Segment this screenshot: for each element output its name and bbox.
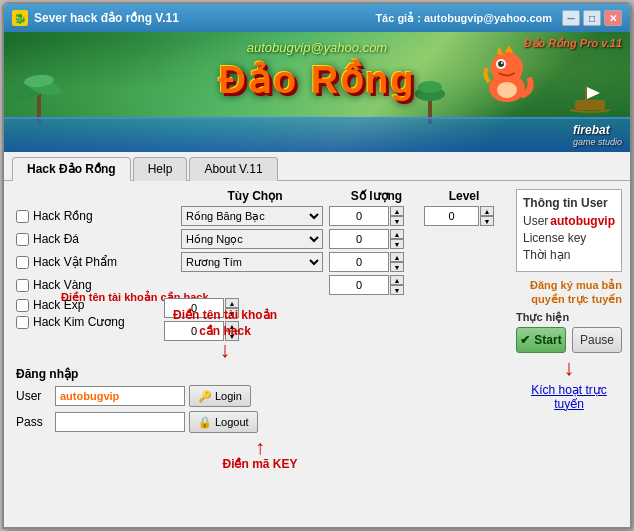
svg-point-14	[497, 82, 517, 98]
activate-link[interactable]: Kích hoạt trực tuyến	[516, 383, 622, 411]
hack-row-2: Hack Vật Phẩm Rương Tím Rương Vàng ▲ ▼	[12, 252, 508, 272]
logout-icon: 🔒	[198, 416, 212, 429]
title-bar: 🐉 Sever hack đảo rồng V.11 Tác giả : aut…	[4, 4, 630, 32]
annotation2-arrow: ↑	[16, 437, 504, 457]
svg-point-10	[498, 61, 504, 67]
hack-rong-checkbox[interactable]	[16, 210, 29, 223]
main-window: 🐉 Sever hack đảo rồng V.11 Tác giả : aut…	[2, 2, 632, 529]
svg-rect-16	[585, 87, 587, 102]
banner-email: autobugvip@yahoo.com	[247, 40, 387, 55]
hack-vatpham-checkbox[interactable]	[16, 256, 29, 269]
column-headers: Tùy Chọn Số lượng Level	[12, 189, 508, 203]
start-button[interactable]: ✔ Start	[516, 327, 566, 353]
info-user-value: autobugvip	[550, 214, 615, 228]
hack-row-5: Hack Kim Cương	[16, 315, 181, 329]
hack-rong-quantity[interactable]	[329, 206, 389, 226]
hack-vatpham-dropdown[interactable]: Rương Tím Rương Vàng	[181, 252, 323, 272]
svg-marker-17	[587, 87, 600, 99]
banner-water	[4, 117, 630, 152]
banner: autobugvip@yahoo.com	[4, 32, 630, 152]
hack-exp-qty-up[interactable]: ▲	[225, 298, 239, 308]
hack-da-qty-up[interactable]: ▲	[390, 229, 404, 239]
user-input[interactable]	[55, 386, 185, 406]
dragon-mascot	[475, 40, 540, 110]
right-panel: Thông tin User User autobugvip License k…	[516, 189, 622, 473]
hack-da-dropdown[interactable]: Hồng Ngọc Ngọc Xanh	[181, 229, 323, 249]
annotation3-arrow: ↓	[516, 357, 622, 379]
hack-vatpham-quantity[interactable]	[329, 252, 389, 272]
info-time-row: Thời hạn	[523, 248, 615, 262]
col-soluong-header: Số lượng	[329, 189, 424, 203]
annotation2-area: ↑ Điền mã KEY	[16, 437, 504, 473]
login-section: Đăng nhập User 🔑 Login Pass 🔒 Logout	[12, 367, 508, 473]
hack-vang-checkbox[interactable]	[16, 279, 29, 292]
col-tuychon-header: Tùy Chọn	[181, 189, 329, 203]
info-license-label: License key	[523, 231, 586, 245]
pause-button[interactable]: Pause	[572, 327, 622, 353]
logout-button[interactable]: 🔒 Logout	[189, 411, 258, 433]
window-title: Sever hack đảo rồng V.11	[34, 11, 375, 25]
user-info-title: Thông tin User	[523, 196, 615, 210]
start-icon: ✔	[520, 333, 530, 347]
svg-point-6	[418, 81, 442, 93]
maximize-button[interactable]: □	[583, 10, 601, 26]
hack-kimcuong-quantity[interactable]	[164, 321, 224, 341]
minimize-button[interactable]: ─	[562, 10, 580, 26]
app-icon: 🐉	[12, 10, 28, 26]
close-button[interactable]: ✕	[604, 10, 622, 26]
login-pass-row: Pass 🔒 Logout	[16, 411, 504, 433]
tab-hack-dao-rong[interactable]: Hack Đảo Rồng	[12, 157, 131, 181]
banner-version: Đảo Rồng Pro v.11	[524, 37, 622, 50]
tab-help[interactable]: Help	[133, 157, 188, 181]
hack-kimcuong-qty-down[interactable]: ▼	[225, 331, 239, 341]
annotation3-text: Đăng ký mua bản quyền trực tuyến	[516, 278, 622, 307]
login-icon: 🔑	[198, 390, 212, 403]
left-panel: Tùy Chọn Số lượng Level Hack Rồng Rồng B…	[12, 189, 508, 473]
svg-marker-13	[497, 46, 503, 55]
hack-exp-checkbox[interactable]	[16, 299, 29, 312]
info-user-label: User	[523, 214, 548, 228]
svg-point-11	[501, 62, 503, 64]
user-label: User	[16, 389, 51, 403]
hack-vang-qty-up[interactable]: ▲	[390, 275, 404, 285]
svg-point-8	[491, 52, 523, 84]
hack-exp-qty-down[interactable]: ▼	[225, 308, 239, 318]
col-level-header: Level	[424, 189, 504, 203]
user-info-box: Thông tin User User autobugvip License k…	[516, 189, 622, 272]
hack-da-checkbox[interactable]	[16, 233, 29, 246]
annotation2-text: Điền mã KEY	[16, 457, 504, 473]
hack-kimcuong-qty-up[interactable]: ▲	[225, 321, 239, 331]
hack-vang-quantity[interactable]	[329, 275, 389, 295]
banner-game-title: Đảo Rồng	[218, 58, 415, 102]
hack-vang-qty-down[interactable]: ▼	[390, 285, 404, 295]
hack-kimcuong-checkbox[interactable]	[16, 316, 29, 329]
svg-rect-15	[575, 100, 605, 110]
action-buttons: ✔ Start Pause	[516, 327, 622, 353]
info-user-row: User autobugvip	[523, 214, 615, 228]
hack-vatpham-qty-up[interactable]: ▲	[390, 252, 404, 262]
hack-da-qty-down[interactable]: ▼	[390, 239, 404, 249]
hack-rong-level[interactable]	[424, 206, 479, 226]
hack-rong-lvl-up[interactable]: ▲	[480, 206, 494, 216]
hack-rong-qty-up[interactable]: ▲	[390, 206, 404, 216]
hack-vatpham-label: Hack Vật Phẩm	[33, 255, 117, 269]
hack-row-1: Hack Đá Hồng Ngọc Ngọc Xanh ▲ ▼	[12, 229, 508, 249]
hack-exp-quantity[interactable]	[164, 298, 224, 318]
login-button[interactable]: 🔑 Login	[189, 385, 251, 407]
hack-da-quantity[interactable]	[329, 229, 389, 249]
info-license-row: License key	[523, 231, 615, 245]
tab-about[interactable]: About V.11	[189, 157, 277, 181]
pass-input[interactable]	[55, 412, 185, 432]
banner-ship	[565, 82, 615, 120]
hack-rong-dropdown[interactable]: Rồng Băng Bạc Rồng Lửa Rồng Nước	[181, 206, 323, 226]
window-controls: ─ □ ✕	[562, 10, 622, 26]
login-user-row: User 🔑 Login	[16, 385, 504, 407]
tab-bar: Hack Đảo Rồng Help About V.11	[4, 152, 630, 181]
hack-rong-lvl-down[interactable]: ▼	[480, 216, 494, 226]
hack-vatpham-qty-down[interactable]: ▼	[390, 262, 404, 272]
svg-marker-12	[505, 45, 513, 53]
hack-row-0: Hack Rồng Rồng Băng Bạc Rồng Lửa Rồng Nư…	[12, 206, 508, 226]
author-text: Tác giả : autobugvip@yahoo.com	[375, 12, 552, 25]
pass-label: Pass	[16, 415, 51, 429]
hack-rong-qty-down[interactable]: ▼	[390, 216, 404, 226]
